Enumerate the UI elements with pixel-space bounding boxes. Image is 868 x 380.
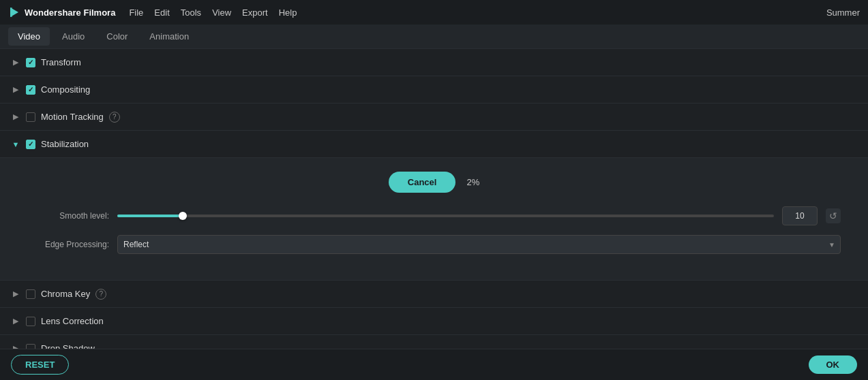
tab-video[interactable]: Video	[8, 27, 50, 46]
menu-edit[interactable]: Edit	[154, 7, 169, 18]
chevron-compositing[interactable]: ▶	[11, 85, 20, 95]
menu-bar: File Edit Tools View Export Help	[129, 7, 297, 18]
checkbox-compositing[interactable]	[26, 85, 35, 95]
checkbox-stabilization[interactable]	[26, 140, 35, 149]
slider-track	[117, 215, 774, 217]
edge-processing-label: Edge Processing:	[27, 240, 109, 249]
checkbox-lens-correction[interactable]	[26, 317, 35, 326]
stabilization-content: Cancel 2% Smooth level: ↺ Edge Processin…	[0, 158, 868, 281]
menu-export[interactable]: Export	[242, 7, 268, 18]
smooth-level-slider[interactable]	[117, 215, 774, 217]
edge-processing-dropdown[interactable]: Reflect Tile Extend Freeze Smart	[117, 235, 841, 254]
smooth-level-input[interactable]	[782, 206, 818, 225]
checkbox-drop-shadow[interactable]	[26, 344, 35, 349]
smooth-level-row: Smooth level: ↺	[27, 206, 841, 225]
slider-fill	[117, 215, 183, 217]
tab-animation[interactable]: Animation	[140, 27, 198, 46]
menu-tools[interactable]: Tools	[181, 7, 201, 18]
reset-button[interactable]: RESET	[11, 355, 69, 375]
tab-color[interactable]: Color	[97, 27, 137, 46]
user-name: Summer	[826, 7, 860, 18]
edge-processing-row: Edge Processing: Reflect Tile Extend Fre…	[27, 235, 841, 254]
chevron-drop-shadow[interactable]: ▶	[11, 344, 20, 349]
app-logo: Wondershare Filmora	[8, 6, 115, 18]
smooth-level-label: Smooth level:	[27, 211, 109, 221]
chevron-motion-tracking[interactable]: ▶	[11, 112, 20, 122]
chevron-chroma-key[interactable]: ▶	[11, 289, 20, 299]
title-bar: Wondershare Filmora File Edit Tools View…	[0, 0, 868, 25]
label-chroma-key: Chroma Key	[41, 289, 90, 299]
section-stabilization[interactable]: ▼ Stabilization	[0, 131, 868, 158]
app-title: Wondershare Filmora	[25, 7, 115, 18]
label-drop-shadow: Drop Shadow	[41, 343, 95, 349]
ok-button[interactable]: OK	[809, 355, 858, 374]
cancel-button[interactable]: Cancel	[389, 172, 456, 193]
section-compositing[interactable]: ▶ Compositing	[0, 76, 868, 104]
progress-text: 2%	[466, 177, 479, 187]
menu-file[interactable]: File	[129, 7, 143, 18]
properties-panel: ▶ Transform ▶ Compositing ▶ Motion Track…	[0, 49, 868, 349]
slider-thumb[interactable]	[179, 212, 187, 220]
section-motion-tracking[interactable]: ▶ Motion Tracking ?	[0, 104, 868, 131]
tab-audio[interactable]: Audio	[53, 27, 94, 46]
tab-bar: Video Audio Color Animation	[0, 25, 868, 49]
cancel-row: Cancel 2%	[27, 172, 841, 193]
menu-help[interactable]: Help	[279, 7, 297, 18]
section-lens-correction[interactable]: ▶ Lens Correction	[0, 308, 868, 335]
checkbox-transform[interactable]	[26, 58, 35, 67]
section-chroma-key[interactable]: ▶ Chroma Key ?	[0, 281, 868, 308]
bottom-bar: RESET OK	[0, 349, 868, 380]
label-lens-correction: Lens Correction	[41, 316, 104, 326]
help-icon-motion-tracking[interactable]: ?	[109, 112, 120, 123]
label-transform: Transform	[41, 57, 81, 67]
section-transform[interactable]: ▶ Transform	[0, 49, 868, 76]
help-icon-chroma-key[interactable]: ?	[95, 289, 106, 300]
chevron-lens-correction[interactable]: ▶	[11, 317, 20, 326]
menu-view[interactable]: View	[212, 7, 231, 18]
label-stabilization: Stabilization	[41, 139, 89, 149]
checkbox-motion-tracking[interactable]	[26, 112, 35, 122]
svg-rect-1	[10, 7, 12, 17]
checkbox-chroma-key[interactable]	[26, 289, 35, 299]
label-motion-tracking: Motion Tracking	[41, 112, 104, 122]
edge-processing-dropdown-wrap: Reflect Tile Extend Freeze Smart ▼	[117, 235, 841, 254]
chevron-stabilization[interactable]: ▼	[11, 140, 20, 149]
label-compositing: Compositing	[41, 84, 90, 95]
chevron-transform[interactable]: ▶	[11, 58, 20, 67]
reset-smooth-icon[interactable]: ↺	[826, 208, 841, 223]
section-drop-shadow[interactable]: ▶ Drop Shadow	[0, 335, 868, 349]
